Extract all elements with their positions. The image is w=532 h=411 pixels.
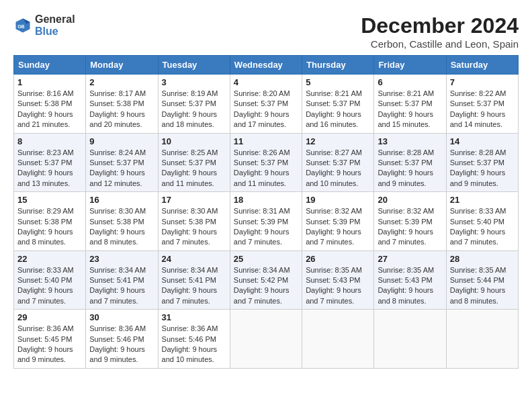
day-info: Sunrise: 8:22 AM Sunset: 5:37 PM Dayligh… [450, 89, 515, 130]
day-info: Sunrise: 8:35 AM Sunset: 5:43 PM Dayligh… [306, 265, 370, 307]
calendar-cell: 7Sunrise: 8:22 AM Sunset: 5:37 PM Daylig… [446, 75, 518, 134]
day-number: 28 [450, 254, 515, 264]
calendar-week-row: 22Sunrise: 8:33 AM Sunset: 5:40 PM Dayli… [14, 250, 519, 310]
day-info: Sunrise: 8:30 AM Sunset: 5:38 PM Dayligh… [89, 206, 154, 248]
weekday-header: Sunday [14, 56, 86, 75]
weekday-header: Monday [86, 56, 158, 75]
day-number: 15 [17, 195, 82, 205]
day-number: 27 [378, 254, 442, 264]
day-info: Sunrise: 8:32 AM Sunset: 5:39 PM Dayligh… [378, 206, 442, 248]
calendar-week-row: 29Sunrise: 8:36 AM Sunset: 5:45 PM Dayli… [14, 310, 519, 369]
calendar-week-row: 8Sunrise: 8:23 AM Sunset: 5:37 PM Daylig… [14, 133, 519, 192]
page-subtitle: Cerbon, Castille and Leon, Spain [361, 38, 519, 50]
day-info: Sunrise: 8:21 AM Sunset: 5:37 PM Dayligh… [306, 89, 370, 130]
day-info: Sunrise: 8:33 AM Sunset: 5:40 PM Dayligh… [450, 206, 515, 248]
calendar-cell: 14Sunrise: 8:28 AM Sunset: 5:37 PM Dayli… [446, 133, 518, 192]
day-number: 22 [17, 254, 82, 264]
calendar-cell: 23Sunrise: 8:34 AM Sunset: 5:41 PM Dayli… [86, 250, 158, 310]
day-info: Sunrise: 8:17 AM Sunset: 5:38 PM Dayligh… [89, 89, 154, 130]
day-info: Sunrise: 8:24 AM Sunset: 5:37 PM Dayligh… [89, 148, 154, 189]
calendar-cell [374, 310, 446, 369]
day-info: Sunrise: 8:21 AM Sunset: 5:37 PM Dayligh… [378, 89, 442, 130]
day-number: 1 [17, 77, 82, 87]
day-number: 30 [89, 312, 154, 322]
day-info: Sunrise: 8:28 AM Sunset: 5:37 PM Dayligh… [450, 148, 515, 189]
day-number: 13 [378, 136, 442, 146]
calendar-cell: 18Sunrise: 8:31 AM Sunset: 5:39 PM Dayli… [230, 192, 302, 251]
calendar-cell: 12Sunrise: 8:27 AM Sunset: 5:37 PM Dayli… [302, 133, 374, 192]
calendar-cell: 8Sunrise: 8:23 AM Sunset: 5:37 PM Daylig… [14, 133, 86, 192]
day-info: Sunrise: 8:16 AM Sunset: 5:38 PM Dayligh… [17, 89, 82, 130]
day-number: 8 [17, 136, 82, 146]
calendar-cell: 31Sunrise: 8:36 AM Sunset: 5:46 PM Dayli… [158, 310, 230, 369]
calendar-cell: 3Sunrise: 8:19 AM Sunset: 5:37 PM Daylig… [158, 75, 230, 134]
weekday-header: Tuesday [158, 56, 230, 75]
day-info: Sunrise: 8:34 AM Sunset: 5:42 PM Dayligh… [234, 265, 298, 307]
calendar-cell: 6Sunrise: 8:21 AM Sunset: 5:37 PM Daylig… [374, 75, 446, 134]
calendar-cell: 25Sunrise: 8:34 AM Sunset: 5:42 PM Dayli… [230, 250, 302, 310]
day-number: 5 [306, 77, 370, 87]
calendar-cell: 5Sunrise: 8:21 AM Sunset: 5:37 PM Daylig… [302, 75, 374, 134]
day-number: 12 [306, 136, 370, 146]
day-number: 26 [306, 254, 370, 264]
day-info: Sunrise: 8:30 AM Sunset: 5:38 PM Dayligh… [162, 206, 226, 248]
day-info: Sunrise: 8:35 AM Sunset: 5:43 PM Dayligh… [378, 265, 442, 307]
day-number: 7 [450, 77, 515, 87]
weekday-header: Saturday [446, 56, 518, 75]
calendar-cell: 9Sunrise: 8:24 AM Sunset: 5:37 PM Daylig… [86, 133, 158, 192]
calendar-cell: 21Sunrise: 8:33 AM Sunset: 5:40 PM Dayli… [446, 192, 518, 251]
page-header: GB General Blue December 2024 Cerbon, Ca… [13, 13, 519, 50]
calendar-header-row: SundayMondayTuesdayWednesdayThursdayFrid… [14, 56, 519, 75]
calendar-cell: 20Sunrise: 8:32 AM Sunset: 5:39 PM Dayli… [374, 192, 446, 251]
day-number: 21 [450, 195, 515, 205]
calendar-cell: 24Sunrise: 8:34 AM Sunset: 5:41 PM Dayli… [158, 250, 230, 310]
day-info: Sunrise: 8:34 AM Sunset: 5:41 PM Dayligh… [89, 265, 154, 307]
calendar-cell: 26Sunrise: 8:35 AM Sunset: 5:43 PM Dayli… [302, 250, 374, 310]
day-info: Sunrise: 8:19 AM Sunset: 5:37 PM Dayligh… [162, 89, 226, 130]
title-block: December 2024 Cerbon, Castille and Leon,… [361, 13, 519, 50]
day-number: 2 [89, 77, 154, 87]
day-info: Sunrise: 8:35 AM Sunset: 5:44 PM Dayligh… [450, 265, 515, 307]
day-number: 10 [162, 136, 226, 146]
calendar-cell: 19Sunrise: 8:32 AM Sunset: 5:39 PM Dayli… [302, 192, 374, 251]
calendar-cell: 2Sunrise: 8:17 AM Sunset: 5:38 PM Daylig… [86, 75, 158, 134]
day-number: 6 [378, 77, 442, 87]
day-number: 29 [17, 312, 82, 322]
weekday-header: Friday [374, 56, 446, 75]
day-number: 24 [162, 254, 226, 264]
calendar-table: SundayMondayTuesdayWednesdayThursdayFrid… [13, 55, 519, 369]
weekday-header: Thursday [302, 56, 374, 75]
logo: GB General Blue [13, 13, 75, 37]
logo-line2: Blue [35, 26, 75, 38]
day-number: 14 [450, 136, 515, 146]
day-info: Sunrise: 8:32 AM Sunset: 5:39 PM Dayligh… [306, 206, 370, 248]
day-number: 20 [378, 195, 442, 205]
day-info: Sunrise: 8:27 AM Sunset: 5:37 PM Dayligh… [306, 148, 370, 189]
day-info: Sunrise: 8:26 AM Sunset: 5:37 PM Dayligh… [234, 148, 298, 189]
day-number: 11 [234, 136, 298, 146]
calendar-cell [230, 310, 302, 369]
day-info: Sunrise: 8:25 AM Sunset: 5:37 PM Dayligh… [162, 148, 226, 189]
calendar-cell [446, 310, 518, 369]
day-info: Sunrise: 8:36 AM Sunset: 5:46 PM Dayligh… [162, 324, 226, 365]
day-info: Sunrise: 8:28 AM Sunset: 5:37 PM Dayligh… [378, 148, 442, 189]
day-info: Sunrise: 8:36 AM Sunset: 5:46 PM Dayligh… [89, 324, 154, 365]
calendar-cell: 22Sunrise: 8:33 AM Sunset: 5:40 PM Dayli… [14, 250, 86, 310]
day-number: 18 [234, 195, 298, 205]
day-info: Sunrise: 8:23 AM Sunset: 5:37 PM Dayligh… [17, 148, 82, 189]
day-number: 4 [234, 77, 298, 87]
day-info: Sunrise: 8:29 AM Sunset: 5:38 PM Dayligh… [17, 206, 82, 248]
day-number: 31 [162, 312, 226, 322]
weekday-header: Wednesday [230, 56, 302, 75]
day-info: Sunrise: 8:36 AM Sunset: 5:45 PM Dayligh… [17, 324, 82, 365]
day-number: 17 [162, 195, 226, 205]
day-info: Sunrise: 8:34 AM Sunset: 5:41 PM Dayligh… [162, 265, 226, 307]
calendar-cell: 11Sunrise: 8:26 AM Sunset: 5:37 PM Dayli… [230, 133, 302, 192]
calendar-cell: 1Sunrise: 8:16 AM Sunset: 5:38 PM Daylig… [14, 75, 86, 134]
calendar-cell: 16Sunrise: 8:30 AM Sunset: 5:38 PM Dayli… [86, 192, 158, 251]
day-info: Sunrise: 8:31 AM Sunset: 5:39 PM Dayligh… [234, 206, 298, 248]
calendar-cell: 29Sunrise: 8:36 AM Sunset: 5:45 PM Dayli… [14, 310, 86, 369]
calendar-cell: 10Sunrise: 8:25 AM Sunset: 5:37 PM Dayli… [158, 133, 230, 192]
calendar-cell: 28Sunrise: 8:35 AM Sunset: 5:44 PM Dayli… [446, 250, 518, 310]
logo-text: General Blue [35, 13, 75, 37]
